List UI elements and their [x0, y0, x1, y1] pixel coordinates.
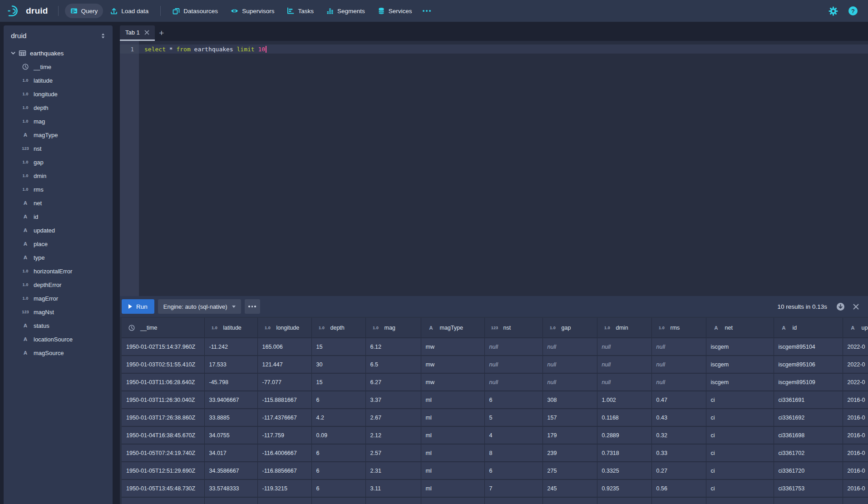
- table-cell[interactable]: 179: [542, 426, 597, 444]
- table-cell[interactable]: 0.09: [311, 426, 365, 444]
- sidebar-column-place[interactable]: Aplace: [4, 237, 113, 251]
- table-cell[interactable]: ci3361698: [774, 426, 843, 444]
- table-cell[interactable]: null: [597, 373, 651, 391]
- table-cell[interactable]: 0.9235: [597, 479, 651, 497]
- table-cell[interactable]: mw: [421, 338, 484, 356]
- table-cell[interactable]: -117.4376667: [257, 409, 311, 426]
- table-cell[interactable]: null: [597, 356, 651, 373]
- table-cell[interactable]: 8: [484, 444, 542, 462]
- table-cell[interactable]: 0.27: [651, 462, 706, 479]
- table-cell[interactable]: 34.3586667: [204, 462, 257, 479]
- table-cell[interactable]: 6: [311, 479, 365, 497]
- table-cell[interactable]: ci3361702: [774, 444, 843, 462]
- nav-item-segments[interactable]: Segments: [321, 4, 370, 18]
- table-cell[interactable]: -119.3215: [257, 479, 311, 497]
- sidebar-column-magNst[interactable]: 123magNst: [4, 305, 113, 319]
- table-cell[interactable]: iscgem895104: [774, 338, 843, 356]
- table-cell[interactable]: 308: [542, 391, 597, 409]
- table-cell[interactable]: ml: [421, 444, 484, 462]
- table-cell[interactable]: ci3361691: [774, 391, 843, 409]
- table-cell[interactable]: -45.798: [204, 373, 257, 391]
- table-cell[interactable]: 2016-0: [843, 479, 868, 497]
- sidebar-column-locationSource[interactable]: AlocationSource: [4, 332, 113, 346]
- table-cell[interactable]: null: [651, 356, 706, 373]
- table-cell[interactable]: 6.12: [365, 338, 421, 356]
- tab-close-icon[interactable]: [144, 30, 149, 35]
- sidebar-column-nst[interactable]: 123nst: [4, 142, 113, 155]
- table-cell[interactable]: iscgem: [706, 373, 774, 391]
- table-cell[interactable]: 17.533: [204, 356, 257, 373]
- table-cell[interactable]: 5: [484, 409, 542, 426]
- table-cell[interactable]: 121.447: [257, 356, 311, 373]
- table-cell[interactable]: 2.31: [365, 462, 421, 479]
- table-cell[interactable]: 3.11: [365, 479, 421, 497]
- nav-item-load-data[interactable]: Load data: [105, 4, 154, 18]
- table-cell[interactable]: ci: [706, 391, 774, 409]
- sidebar-column-dmin[interactable]: 1.0dmin: [4, 169, 113, 183]
- table-cell[interactable]: null: [651, 338, 706, 356]
- table-cell[interactable]: ci: [706, 409, 774, 426]
- table-cell[interactable]: 2016-0: [843, 391, 868, 409]
- sql-editor[interactable]: 1 select * from earthquakes limit 10: [120, 41, 868, 296]
- table-cell[interactable]: null: [542, 338, 597, 356]
- add-tab-button[interactable]: +: [155, 25, 168, 41]
- table-cell[interactable]: iscgem895106: [774, 356, 843, 373]
- table-cell[interactable]: 0.7318: [597, 444, 651, 462]
- help-icon[interactable]: ?: [847, 5, 859, 17]
- table-cell[interactable]: 2.57: [365, 444, 421, 462]
- table-cell[interactable]: 157: [542, 409, 597, 426]
- results-header-dmin[interactable]: 1.0dmin: [597, 318, 651, 338]
- settings-gear-icon[interactable]: [827, 5, 839, 17]
- sidebar-column-latitude[interactable]: 1.0latitude: [4, 74, 113, 87]
- table-cell[interactable]: 6: [311, 391, 365, 409]
- table-cell[interactable]: 34.0755: [204, 426, 257, 444]
- table-cell[interactable]: -115.8881667: [257, 391, 311, 409]
- table-cell[interactable]: 1950-01-05T07:24:19.740Z: [122, 444, 204, 462]
- table-cell[interactable]: 6: [311, 444, 365, 462]
- engine-select-button[interactable]: Engine: auto (sql-native): [158, 299, 241, 314]
- druid-logo[interactable]: druid: [6, 5, 53, 17]
- table-cell[interactable]: 2.12: [365, 426, 421, 444]
- download-results-icon[interactable]: [834, 301, 846, 312]
- table-cell[interactable]: iscgem: [706, 356, 774, 373]
- table-cell[interactable]: 0.43: [651, 409, 706, 426]
- table-cell[interactable]: null: [484, 356, 542, 373]
- table-cell[interactable]: 2016-0: [843, 426, 868, 444]
- table-cell[interactable]: 1950-01-04T16:38:45.670Z: [122, 426, 204, 444]
- table-cell[interactable]: 2016-0: [843, 409, 868, 426]
- table-cell[interactable]: 33.8885: [204, 409, 257, 426]
- table-cell[interactable]: 1950-01-03T17:26:38.860Z: [122, 409, 204, 426]
- table-cell[interactable]: -117.759: [257, 426, 311, 444]
- table-cell[interactable]: 0.32: [651, 426, 706, 444]
- table-cell[interactable]: null: [651, 373, 706, 391]
- table-cell[interactable]: 2016-0: [843, 444, 868, 462]
- table-cell[interactable]: 2022-0: [843, 338, 868, 356]
- query-more-button[interactable]: [245, 299, 260, 314]
- table-cell[interactable]: 275: [542, 462, 597, 479]
- results-header-rms[interactable]: 1.0rms: [651, 318, 706, 338]
- table-cell[interactable]: -116.8856667: [257, 462, 311, 479]
- results-header-updated[interactable]: Aupdated: [843, 318, 868, 338]
- table-cell[interactable]: 1.002: [597, 391, 651, 409]
- sidebar-column-type[interactable]: Atype: [4, 251, 113, 264]
- table-cell[interactable]: 33.5748333: [204, 479, 257, 497]
- table-cell[interactable]: 1950-01-02T15:14:37.960Z: [122, 338, 204, 356]
- table-cell[interactable]: 2022-0: [843, 356, 868, 373]
- sidebar-column-horizontalError[interactable]: 1.0horizontalError: [4, 264, 113, 278]
- table-cell[interactable]: ci: [706, 426, 774, 444]
- nav-item-query[interactable]: Query: [65, 4, 104, 18]
- sidebar-column-updated[interactable]: Aupdated: [4, 223, 113, 237]
- results-header-__time[interactable]: __time: [122, 318, 204, 338]
- table-cell[interactable]: null: [542, 373, 597, 391]
- nav-item-tasks[interactable]: Tasks: [281, 4, 319, 18]
- results-header-depth[interactable]: 1.0depth: [311, 318, 365, 338]
- table-cell[interactable]: 4.2: [311, 409, 365, 426]
- table-cell[interactable]: 0.56: [651, 479, 706, 497]
- sidebar-column-depthError[interactable]: 1.0depthError: [4, 278, 113, 292]
- table-cell[interactable]: 2016-0: [843, 462, 868, 479]
- sidebar-column-magSource[interactable]: AmagSource: [4, 346, 113, 360]
- sort-double-caret-icon[interactable]: [100, 32, 106, 40]
- table-cell[interactable]: -11.242: [204, 338, 257, 356]
- table-cell[interactable]: 30: [311, 356, 365, 373]
- table-cell[interactable]: mw: [421, 373, 484, 391]
